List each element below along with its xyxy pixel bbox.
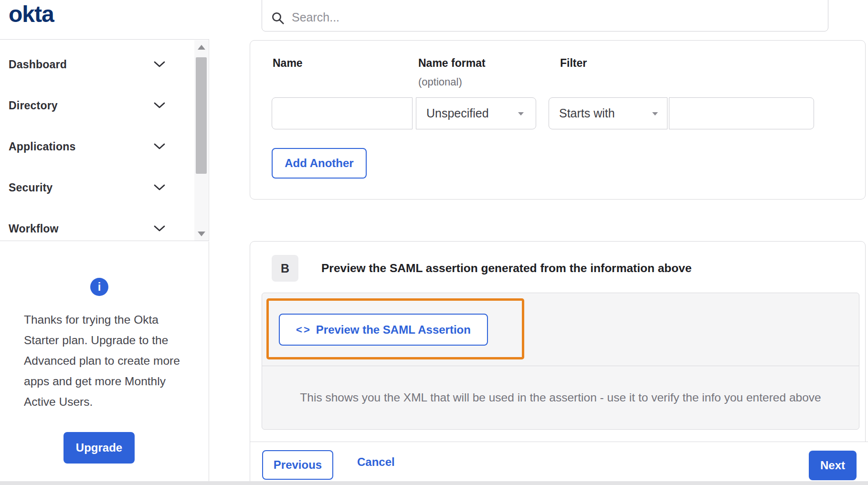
viewport-bottom-strip [0,481,868,485]
add-another-button[interactable]: Add Another [272,148,367,179]
previous-button[interactable]: Previous [262,450,333,480]
preview-section-heading: Preview the SAML assertion generated fro… [321,262,692,275]
preview-saml-assertion-button[interactable]: <> Preview the SAML Assertion [279,314,488,346]
column-header-filter: Filter [560,57,587,70]
sidebar-item-workflow[interactable]: Workflow [0,208,195,241]
okta-logo: okta [9,1,54,27]
sidebar-scrollbar[interactable] [194,40,208,241]
sidebar-item-dashboard[interactable]: Dashboard [0,44,195,85]
preview-button-label: Preview the SAML Assertion [316,323,471,337]
scroll-down-arrow[interactable] [194,228,208,240]
upgrade-panel: i Thanks for trying the Okta Starter pla… [0,242,209,481]
code-icon: <> [296,324,311,336]
column-header-name: Name [273,57,303,70]
sidebar-item-label: Workflow [9,222,59,235]
search-icon [271,11,285,25]
sidebar-nav: Dashboard Directory Applications Securit… [0,39,209,241]
sidebar-nav-list: Dashboard Directory Applications Securit… [0,44,195,241]
okta-admin-screen: okta Dashboard Directory Applications Se… [0,0,868,485]
wizard-footer: Previous Cancel Next [250,442,868,481]
sidebar-item-security[interactable]: Security [0,167,195,208]
cancel-link[interactable]: Cancel [357,442,395,482]
chevron-down-icon [154,225,165,232]
sidebar-item-label: Security [9,181,53,194]
upgrade-message: Thanks for trying the Okta Starter plan.… [24,309,184,412]
step-b-badge: B [272,255,298,282]
column-header-name-format: Name format [418,57,486,70]
preview-hint-text: This shows you the XML that will be used… [300,391,821,404]
column-header-optional-note: (optional) [418,76,462,88]
upgrade-button[interactable]: Upgrade [64,432,135,464]
chevron-down-icon [154,102,165,109]
filter-operator-selected-value: Starts with [559,106,615,120]
filter-operator-select[interactable]: Starts with [549,97,667,129]
global-search[interactable] [262,0,828,32]
name-format-selected-value: Unspecified [426,106,489,120]
sidebar-item-directory[interactable]: Directory [0,85,195,126]
sidebar-item-label: Applications [9,140,75,153]
preview-panel-hint-row: This shows you the XML that will be used… [262,366,859,429]
sidebar-item-label: Directory [9,99,58,112]
select-caret-icon [518,112,524,116]
next-button[interactable]: Next [809,451,857,480]
preview-panel: <> Preview the SAML Assertion This shows… [262,293,859,430]
sidebar-item-label: Dashboard [9,58,67,71]
attribute-name-input[interactable] [272,97,413,129]
chevron-down-icon [154,61,165,68]
search-input[interactable] [292,9,819,25]
scroll-up-arrow[interactable] [194,41,208,53]
chevron-down-icon [154,143,165,150]
attribute-statements-card: Name Name format (optional) Filter Unspe… [250,40,866,200]
chevron-down-icon [154,184,165,191]
sidebar-item-applications[interactable]: Applications [0,126,195,167]
select-caret-icon [652,112,658,116]
name-format-select[interactable]: Unspecified [416,97,536,129]
scrollbar-thumb[interactable] [196,57,207,174]
preview-panel-top: <> Preview the SAML Assertion [262,293,859,366]
filter-value-input[interactable] [669,97,814,129]
info-icon: i [90,278,108,296]
